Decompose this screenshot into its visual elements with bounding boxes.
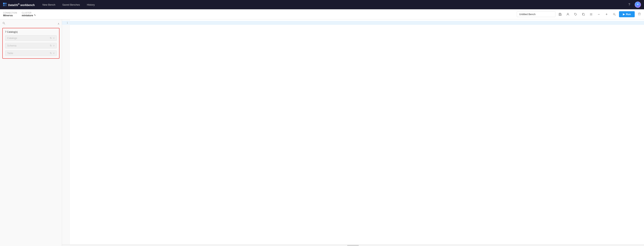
svg-rect-7 bbox=[560, 13, 560, 14]
user-button[interactable] bbox=[565, 11, 571, 18]
svg-point-5 bbox=[637, 4, 638, 5]
cluster-name: miniature bbox=[22, 14, 33, 17]
catalogs-label: Catalogs bbox=[7, 36, 50, 40]
table-dropdown[interactable]: Table ↻ ∨ bbox=[5, 50, 57, 56]
save-button[interactable] bbox=[557, 11, 563, 18]
svg-line-15 bbox=[615, 15, 616, 16]
schema-dropdown[interactable]: Schema ↻ ∨ bbox=[5, 43, 57, 48]
run-play-icon: ▶ bbox=[623, 13, 625, 16]
plus-icon: + bbox=[606, 12, 608, 16]
table-actions: ↻ ∨ bbox=[50, 52, 55, 54]
bench-name-input[interactable] bbox=[517, 12, 556, 17]
list-icon bbox=[590, 13, 593, 16]
copy-icon bbox=[582, 13, 585, 16]
scrollbar-thumb-horizontal[interactable] bbox=[347, 245, 359, 246]
copy-button[interactable] bbox=[580, 11, 586, 18]
cluster-info: Cluster miniature ✎ bbox=[22, 12, 36, 17]
editor-area: 1 bbox=[62, 19, 644, 246]
sidebar: ∧ 7 Catalog(s) Catalogs ↻ ∨ Schema ↻ ∨ bbox=[0, 19, 62, 246]
schema-label: Schema bbox=[7, 44, 50, 47]
nav-item-history[interactable]: History bbox=[84, 2, 98, 7]
help-button[interactable]: ? bbox=[626, 2, 632, 8]
svg-rect-3 bbox=[5, 5, 6, 6]
connection-label: Connection bbox=[3, 12, 17, 14]
catalogs-actions: ↻ ∨ bbox=[50, 36, 55, 40]
svg-rect-0 bbox=[3, 3, 5, 4]
schema-refresh-icon[interactable]: ↻ bbox=[50, 44, 52, 47]
zoom-in-button[interactable]: + bbox=[604, 11, 610, 18]
search-icon bbox=[613, 13, 616, 16]
tag-icon bbox=[574, 13, 577, 16]
cluster-value-row: miniature ✎ bbox=[22, 14, 36, 17]
brand-logo-icon bbox=[3, 3, 7, 6]
editor-content: 1 bbox=[62, 19, 644, 244]
svg-rect-2 bbox=[3, 5, 5, 6]
svg-rect-10 bbox=[583, 14, 584, 16]
run-label: Run bbox=[626, 13, 631, 16]
editor-inner[interactable] bbox=[70, 19, 644, 244]
svg-point-9 bbox=[575, 14, 575, 14]
run-button[interactable]: ▶ Run bbox=[619, 11, 635, 17]
sidebar-search-icon[interactable] bbox=[2, 22, 6, 26]
avatar[interactable] bbox=[635, 2, 641, 8]
trash-icon bbox=[638, 12, 641, 16]
schema-actions: ↻ ∨ bbox=[50, 44, 55, 47]
user-icon bbox=[566, 13, 570, 16]
table-label: Table bbox=[7, 52, 50, 54]
navbar-right: ? bbox=[626, 2, 641, 8]
list-button[interactable] bbox=[588, 11, 594, 18]
sidebar-collapse-icon[interactable]: ∧ bbox=[58, 22, 60, 25]
cluster-label: Cluster bbox=[22, 12, 36, 14]
catalog-count: 7 Catalog(s) bbox=[5, 30, 57, 33]
line-numbers: 1 bbox=[62, 19, 70, 244]
brand: DataOS® workbench bbox=[3, 3, 35, 6]
save-icon bbox=[558, 13, 562, 16]
catalog-box: 7 Catalog(s) Catalogs ↻ ∨ Schema ↻ ∨ Tab… bbox=[2, 28, 60, 59]
bottom-scrollbar bbox=[62, 244, 644, 246]
subheader-toolbar: − + ▶ Run bbox=[517, 11, 641, 18]
catalogs-chevron-icon[interactable]: ∨ bbox=[53, 37, 55, 39]
subheader: Connection Minerva Cluster miniature ✎ bbox=[0, 9, 644, 19]
nav-item-new-bench[interactable]: New Bench bbox=[39, 2, 58, 7]
svg-rect-16 bbox=[638, 13, 640, 15]
svg-rect-6 bbox=[559, 14, 561, 16]
navbar-nav: New Bench Saved Benches History bbox=[39, 2, 625, 7]
sql-editor[interactable] bbox=[70, 19, 644, 244]
catalogs-dropdown[interactable]: Catalogs ↻ ∨ bbox=[5, 35, 57, 41]
svg-line-21 bbox=[4, 24, 5, 24]
brand-name: DataOS® workbench bbox=[8, 3, 35, 6]
minus-icon: − bbox=[598, 12, 600, 16]
line-number-1: 1 bbox=[62, 21, 70, 25]
delete-button[interactable] bbox=[638, 12, 641, 16]
table-refresh-icon[interactable]: ↻ bbox=[50, 52, 52, 54]
navbar: DataOS® workbench New Bench Saved Benche… bbox=[0, 0, 644, 9]
schema-chevron-icon[interactable]: ∨ bbox=[53, 44, 55, 47]
avatar-icon bbox=[636, 3, 640, 6]
catalogs-refresh-icon[interactable]: ↻ bbox=[50, 36, 52, 40]
connection-info: Connection Minerva bbox=[3, 12, 17, 17]
svg-point-20 bbox=[3, 22, 4, 24]
connection-value: Minerva bbox=[3, 14, 17, 17]
search-button[interactable] bbox=[611, 11, 618, 18]
tag-button[interactable] bbox=[572, 11, 579, 18]
table-chevron-icon[interactable]: ∨ bbox=[53, 52, 55, 54]
edit-cluster-icon[interactable]: ✎ bbox=[34, 14, 36, 17]
svg-rect-1 bbox=[5, 3, 6, 4]
main-layout: ∧ 7 Catalog(s) Catalogs ↻ ∨ Schema ↻ ∨ bbox=[0, 19, 644, 246]
svg-point-8 bbox=[567, 13, 568, 14]
svg-point-14 bbox=[613, 13, 615, 15]
sidebar-header: ∧ bbox=[2, 22, 60, 26]
zoom-out-button[interactable]: − bbox=[596, 11, 602, 18]
nav-item-saved-benches[interactable]: Saved Benches bbox=[59, 2, 83, 7]
